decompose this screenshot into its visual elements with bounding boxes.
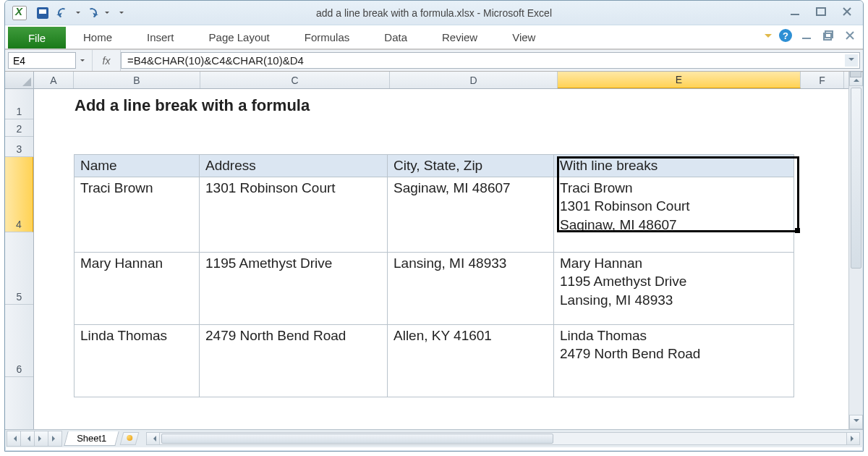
sheet-tab-active[interactable]: Sheet1 — [64, 431, 119, 446]
window-title: add a line break with a formula.xlsx - M… — [5, 7, 863, 19]
col-header-c[interactable]: C — [200, 72, 390, 88]
new-sheet-button[interactable] — [120, 432, 140, 445]
formula-input[interactable]: =B4&CHAR(10)&C4&CHAR(10)&D4 — [121, 52, 860, 69]
cell-address[interactable]: 1301 Robinson Court — [200, 177, 388, 252]
tab-home[interactable]: Home — [66, 25, 129, 48]
scroll-right-button[interactable] — [846, 433, 859, 444]
scroll-down-button[interactable] — [849, 415, 863, 429]
split-handle-top[interactable] — [850, 71, 861, 77]
row-headers: 1 2 3 4 5 6 — [5, 89, 34, 429]
redo-icon — [85, 7, 98, 20]
cell-city[interactable]: Lansing, MI 48933 — [388, 252, 554, 324]
row-header-1[interactable]: 1 — [5, 89, 33, 119]
ribbon-tabs: File Home Insert Page Layout Formulas Da… — [5, 25, 863, 50]
col-header-d[interactable]: D — [390, 72, 558, 88]
minimize-ribbon-icon[interactable] — [765, 34, 772, 41]
window-controls — [788, 4, 854, 19]
cell-city[interactable]: Saginaw, MI 48607 — [388, 177, 554, 252]
formula-text: =B4&CHAR(10)&C4&CHAR(10)&D4 — [127, 54, 304, 67]
save-icon — [37, 7, 48, 19]
header-name: Name — [75, 155, 200, 177]
excel-window: add a line break with a formula.xlsx - M… — [4, 0, 864, 452]
tab-view[interactable]: View — [495, 25, 553, 48]
workbook-close-button[interactable] — [843, 28, 857, 43]
col-header-f[interactable]: F — [801, 72, 844, 88]
hscroll-thumb[interactable] — [161, 434, 553, 444]
undo-icon — [56, 7, 69, 20]
minimize-button[interactable] — [788, 4, 802, 19]
table-row: Mary Hannan 1195 Amethyst Drive Lansing,… — [75, 252, 794, 324]
close-button[interactable] — [840, 4, 854, 19]
redo-button[interactable] — [83, 4, 101, 22]
sheet-nav-buttons — [5, 431, 63, 447]
cell-address[interactable]: 2479 North Bend Road — [200, 324, 388, 397]
formula-bar: E4 fx =B4&CHAR(10)&C4&CHAR(10)&D4 — [5, 50, 863, 72]
expand-formula-bar-button[interactable] — [845, 54, 858, 67]
tab-page-layout[interactable]: Page Layout — [192, 25, 287, 48]
vertical-scrollbar[interactable] — [848, 72, 863, 429]
table-header-row: Name Address City, State, Zip With line … — [75, 155, 794, 177]
row-header-3[interactable]: 3 — [5, 137, 33, 157]
horizontal-scrollbar[interactable] — [146, 432, 860, 445]
header-city: City, State, Zip — [388, 155, 554, 177]
name-box-dropdown[interactable] — [76, 52, 88, 69]
cell-area[interactable]: Add a line break with a formula Name Add… — [34, 89, 863, 429]
data-table: Name Address City, State, Zip With line … — [74, 154, 794, 397]
col-header-b[interactable]: B — [74, 72, 200, 88]
undo-button[interactable] — [54, 4, 72, 22]
quick-access-toolbar — [5, 4, 124, 22]
insert-function-button[interactable]: fx — [92, 50, 121, 71]
undo-dropdown-icon[interactable] — [76, 12, 80, 16]
cell-city[interactable]: Allen, KY 41601 — [388, 324, 554, 397]
workbook-minimize-button[interactable] — [799, 28, 814, 43]
sheet-tab-bar: Sheet1 — [5, 429, 863, 447]
header-address: Address — [200, 155, 388, 177]
sheet-title: Add a line break with a formula — [75, 96, 310, 115]
cell-combined[interactable]: Mary Hannan 1195 Amethyst Drive Lansing,… — [554, 252, 794, 324]
tab-insert[interactable]: Insert — [129, 25, 192, 48]
maximize-button[interactable] — [814, 4, 828, 19]
col-header-e[interactable]: E — [558, 72, 801, 88]
cell-name[interactable]: Traci Brown — [75, 177, 200, 252]
select-all-corner[interactable] — [5, 72, 34, 89]
cell-address[interactable]: 1195 Amethyst Drive — [200, 252, 388, 324]
cell-name[interactable]: Linda Thomas — [75, 324, 200, 397]
title-bar: add a line break with a formula.xlsx - M… — [5, 1, 863, 25]
table-row: Linda Thomas 2479 North Bend Road Allen,… — [75, 324, 794, 397]
spreadsheet-grid: A B C D E F 1 2 3 4 5 6 Add a line break… — [5, 72, 863, 429]
column-headers: A B C D E F — [5, 72, 863, 89]
save-button[interactable] — [34, 4, 51, 22]
row-header-6[interactable]: 6 — [5, 305, 33, 377]
cell-combined[interactable]: Linda Thomas 2479 North Bend Road — [554, 324, 794, 397]
tab-review[interactable]: Review — [425, 25, 495, 48]
redo-dropdown-icon[interactable] — [105, 12, 109, 16]
ribbon-right-controls: ? — [765, 28, 857, 43]
sheet-nav-first[interactable] — [7, 431, 21, 447]
header-combined: With line breaks — [554, 155, 794, 177]
tab-data[interactable]: Data — [367, 25, 425, 48]
cell-name[interactable]: Mary Hannan — [75, 252, 200, 324]
name-box[interactable]: E4 — [8, 52, 76, 69]
cell-combined[interactable]: Traci Brown 1301 Robinson Court Saginaw,… — [554, 177, 794, 252]
scroll-left-button[interactable] — [147, 433, 160, 444]
row-header-2[interactable]: 2 — [5, 119, 33, 137]
sheet-nav-next[interactable] — [34, 431, 48, 447]
tab-formulas[interactable]: Formulas — [287, 25, 367, 48]
svg-rect-1 — [817, 8, 825, 15]
sheet-nav-prev[interactable] — [20, 431, 35, 447]
vscroll-thumb[interactable] — [851, 88, 861, 269]
row-header-4[interactable]: 4 — [5, 157, 33, 232]
qat-customize-icon[interactable] — [119, 12, 124, 16]
file-tab[interactable]: File — [8, 27, 66, 48]
row-header-5[interactable]: 5 — [5, 232, 33, 305]
table-row: Traci Brown 1301 Robinson Court Saginaw,… — [75, 177, 794, 252]
fill-handle[interactable] — [795, 228, 800, 233]
workbook-restore-button[interactable] — [821, 28, 835, 43]
help-icon[interactable]: ? — [779, 29, 792, 42]
sheet-nav-last[interactable] — [48, 431, 62, 447]
col-header-a[interactable]: A — [34, 72, 74, 88]
excel-logo-icon — [12, 6, 27, 20]
